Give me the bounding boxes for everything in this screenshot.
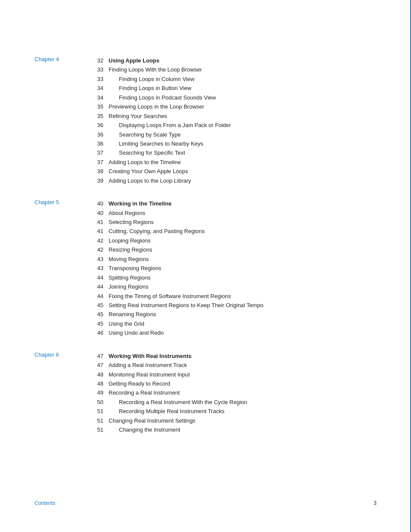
toc-page-num: 47 [90,352,109,361]
toc-entry-title: Monitoring Real Instrument Input [109,370,190,379]
toc-container: Chapter 432Using Apple Loops33Finding Lo… [34,56,377,435]
toc-entry-title: Resizing Regions [109,245,152,254]
toc-entry: 35Refining Your Searches [90,112,377,121]
toc-entry-title: Fixing the Timing of Software Instrument… [109,292,231,301]
toc-page-num: 40 [90,199,109,208]
toc-page-num: 44 [90,273,109,282]
toc-page-num: 44 [90,282,109,291]
toc-page-num: 48 [90,370,109,379]
chapter-content-chapter6: 47Working With Real Instruments47Adding … [90,352,377,435]
toc-entry: 34Finding Loops in Podcast Sounds View [90,93,377,102]
toc-entry-title: Changing the Instrument [109,425,180,434]
toc-entry-title: Recording a Real Instrument [109,388,180,397]
toc-entry: 32Using Apple Loops [90,56,377,65]
toc-entry-title: About Regions [109,208,145,218]
toc-entry: 36Searching by Scale Type [90,130,377,139]
toc-entry-title: Setting Real Instrument Regions to Keep … [109,301,263,310]
toc-entry-title: Refining Your Searches [109,112,167,121]
toc-entry-title: Previewing Loops in the Loop Browser [109,102,204,111]
toc-entry: 40About Regions [90,208,377,218]
toc-entry: 43Moving Regions [90,255,377,264]
toc-entry-title: Getting Ready to Record [109,379,170,388]
toc-entry-title: Finding Loops With the Loop Browser [109,65,202,74]
toc-entry-title: Working With Real Instruments [109,352,192,361]
page: Chapter 432Using Apple Loops33Finding Lo… [0,0,411,532]
toc-page-num: 51 [90,407,109,416]
toc-entry-title: Using Apple Loops [109,56,159,65]
toc-page-num: 45 [90,301,109,310]
chapter-section-chapter5: Chapter 540Working in the Timeline40Abou… [34,199,377,338]
toc-entry: 34Finding Loops in Button View [90,84,377,93]
toc-page-num: 43 [90,264,109,273]
footer-label: Contents [34,500,55,506]
toc-entry: 45Using the Grid [90,319,377,328]
toc-page-num: 35 [90,102,109,111]
toc-entry-title: Limiting Searches to Nearby Keys [109,139,203,148]
toc-entry: 41Cutting, Copying, and Pasting Regions [90,227,377,236]
toc-entry: 38Creating Your Own Apple Loops [90,167,377,176]
toc-entry-title: Displaying Loops From a Jam Pack or Fold… [109,121,231,130]
toc-entry: 51Changing Real Instrument Settings [90,416,377,425]
toc-entry: 44Joining Regions [90,282,377,291]
toc-entry: 33Finding Loops With the Loop Browser [90,65,377,74]
toc-entry: 41Selecting Regions [90,218,377,227]
toc-entry: 36Displaying Loops From a Jam Pack or Fo… [90,121,377,130]
toc-page-num: 45 [90,319,109,328]
chapter-content-chapter4: 32Using Apple Loops33Finding Loops With … [90,56,377,185]
toc-entry-title: Moving Regions [109,255,149,264]
toc-page-num: 42 [90,236,109,245]
toc-entry: 42Looping Regions [90,236,377,245]
toc-entry-title: Cutting, Copying, and Pasting Regions [109,227,205,236]
toc-page-num: 36 [90,121,109,130]
toc-entry: 37Adding Loops to the Timeline [90,158,377,167]
toc-entry: 50Recording a Real Instrument With the C… [90,398,377,407]
toc-entry-title: Using Undo and Redo [109,328,164,337]
toc-page-num: 40 [90,208,109,218]
toc-page-num: 36 [90,139,109,148]
toc-page-num: 49 [90,388,109,397]
toc-entry-title: Changing Real Instrument Settings [109,416,196,425]
toc-entry: 51Changing the Instrument [90,425,377,434]
toc-page-num: 47 [90,361,109,370]
toc-page-num: 46 [90,328,109,337]
chapter-section-chapter4: Chapter 432Using Apple Loops33Finding Lo… [34,56,377,185]
toc-page-num: 37 [90,158,109,167]
toc-entry-title: Creating Your Own Apple Loops [109,167,188,176]
chapter-label-chapter5: Chapter 5 [34,199,90,338]
toc-entry: 40Working in the Timeline [90,199,377,208]
toc-page-num: 39 [90,176,109,185]
toc-entry-title: Recording a Real Instrument With the Cyc… [109,398,247,407]
toc-entry: 43Transposing Regions [90,264,377,273]
toc-entry-title: Selecting Regions [109,218,154,227]
toc-page-num: 34 [90,93,109,102]
toc-page-num: 33 [90,65,109,74]
toc-page-num: 43 [90,255,109,264]
toc-page-num: 50 [90,398,109,407]
toc-entry-title: Adding a Real Instrument Track [109,361,187,370]
toc-entry-title: Recording Multiple Real Instrument Track… [109,407,224,416]
toc-entry: 47Working With Real Instruments [90,352,377,361]
toc-entry-title: Using the Grid [109,319,144,328]
chapter-section-chapter6: Chapter 647Working With Real Instruments… [34,352,377,435]
toc-page-num: 34 [90,84,109,93]
toc-entry-title: Finding Loops in Column View [109,75,194,84]
toc-entry-title: Adding Loops to the Loop Library [109,176,191,185]
toc-entry-title: Looping Regions [109,236,151,245]
toc-entry: 46Using Undo and Redo [90,328,377,337]
toc-entry-title: Joining Regions [109,282,149,291]
toc-entry-title: Adding Loops to the Timeline [109,158,181,167]
toc-entry: 35Previewing Loops in the Loop Browser [90,102,377,111]
toc-entry-title: Searching by Scale Type [109,130,181,139]
toc-entry: 48Getting Ready to Record [90,379,377,388]
toc-entry-title: Working in the Timeline [109,199,171,208]
toc-entry-title: Searching for Specific Text [109,148,185,157]
toc-page-num: 45 [90,310,109,319]
toc-entry: 45Renaming Regions [90,310,377,319]
footer: Contents 3 [34,500,377,506]
chapter-content-chapter5: 40Working in the Timeline40About Regions… [90,199,377,338]
toc-entry: 44Splitting Regions [90,273,377,282]
toc-entry-title: Finding Loops in Button View [109,84,191,93]
toc-page-num: 32 [90,56,109,65]
chapter-label-chapter6: Chapter 6 [34,352,90,435]
toc-page-num: 38 [90,167,109,176]
